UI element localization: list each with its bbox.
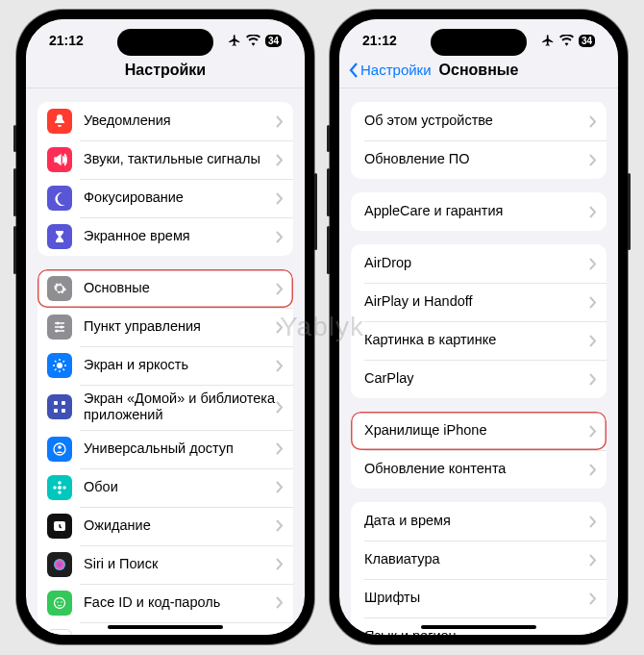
dynamic-island <box>431 29 527 56</box>
row-label: Siri и Поиск <box>84 556 276 572</box>
row-pip[interactable]: Картинка в картинке <box>351 321 607 360</box>
row-label: Звуки, тактильные сигналы <box>84 151 276 167</box>
chevron-right-icon <box>589 373 597 386</box>
svg-point-13 <box>53 486 57 490</box>
svg-point-9 <box>58 445 62 449</box>
row-label: Экстренный вызов — SOS <box>84 633 276 635</box>
svg-point-8 <box>54 443 65 455</box>
grid-icon <box>47 394 72 419</box>
svg-point-11 <box>58 481 62 485</box>
svg-point-10 <box>58 486 62 490</box>
chevron-right-icon <box>276 231 284 243</box>
svg-point-16 <box>54 559 65 570</box>
bell-icon <box>47 109 72 134</box>
chevron-right-icon <box>276 192 284 205</box>
row-applecare[interactable]: AppleCare и гарантия <box>351 192 607 231</box>
row-siri[interactable]: Siri и Поиск <box>37 545 293 584</box>
gear-icon <box>47 276 72 301</box>
row-label: Шрифты <box>360 590 589 606</box>
row-label: AirPlay и Handoff <box>360 293 589 310</box>
svg-point-1 <box>61 326 63 329</box>
home-indicator[interactable] <box>421 625 536 629</box>
phone-right: 21:12 34 Настройки Основные Об этом устр… <box>330 10 628 644</box>
sos-icon: SOS <box>47 629 72 635</box>
moon-icon <box>47 186 72 211</box>
row-access[interactable]: Универсальный доступ <box>37 430 293 468</box>
row-label: Face ID и код-пароль <box>84 594 276 611</box>
chevron-right-icon <box>589 631 597 636</box>
flower-icon <box>47 475 72 500</box>
row-update[interactable]: Обновление ПО <box>351 140 607 179</box>
battery-level: 34 <box>265 35 282 47</box>
chevron-right-icon <box>589 425 597 438</box>
row-keyboard[interactable]: Клавиатура <box>351 541 607 579</box>
row-label: AirDrop <box>360 255 589 271</box>
home-indicator[interactable] <box>108 625 223 629</box>
row-display[interactable]: Экран и яркость <box>37 346 293 385</box>
chevron-right-icon <box>589 335 597 347</box>
page-title: Настройки <box>125 62 206 79</box>
row-label: Картинка в картинке <box>360 332 589 348</box>
chevron-right-icon <box>276 596 284 609</box>
settings-list[interactable]: УведомленияЗвуки, тактильные сигналыФоку… <box>26 88 305 635</box>
row-label: Экран «Домой» и библиотека приложений <box>84 390 276 424</box>
row-label: Хранилище iPhone <box>360 422 589 439</box>
row-label: Обновление ПО <box>360 151 589 167</box>
nav-bar: Настройки Основные <box>339 52 618 88</box>
row-label: AppleCare и гарантия <box>360 203 589 219</box>
row-about[interactable]: Об этом устройстве <box>351 102 607 140</box>
chevron-right-icon <box>589 296 597 309</box>
chevron-right-icon <box>276 558 284 570</box>
row-general[interactable]: Основные <box>37 269 293 308</box>
row-home[interactable]: Экран «Домой» и библиотека приложений <box>37 385 293 430</box>
general-list[interactable]: Об этом устройствеОбновление ПОAppleCare… <box>339 88 618 635</box>
row-focus[interactable]: Фокусирование <box>37 179 293 217</box>
row-sounds[interactable]: Звуки, тактильные сигналы <box>37 140 293 179</box>
svg-point-3 <box>57 363 62 368</box>
battery-level: 34 <box>579 35 595 47</box>
row-label: Экранное время <box>84 228 276 244</box>
row-standby[interactable]: Ожидание <box>37 507 293 545</box>
chevron-right-icon <box>276 519 284 532</box>
chevron-right-icon <box>589 115 597 128</box>
clock-icon <box>47 514 72 539</box>
row-control[interactable]: Пункт управления <box>37 308 293 346</box>
svg-rect-6 <box>54 409 58 413</box>
chevron-right-icon <box>276 481 284 493</box>
svg-rect-7 <box>62 409 65 413</box>
row-screentime[interactable]: Экранное время <box>37 217 293 256</box>
row-faceid[interactable]: Face ID и код-пароль <box>37 584 293 622</box>
svg-rect-5 <box>62 401 65 405</box>
svg-point-0 <box>57 322 60 325</box>
sliders-icon <box>47 315 72 340</box>
wifi-icon <box>246 35 260 46</box>
row-label: Уведомления <box>84 113 276 129</box>
wifi-icon <box>559 35 574 46</box>
svg-rect-4 <box>54 401 58 405</box>
svg-point-14 <box>62 486 66 490</box>
row-label: Язык и регион <box>360 628 589 635</box>
row-label: Фокусирование <box>84 189 276 206</box>
chevron-right-icon <box>589 464 597 476</box>
row-airplay[interactable]: AirPlay и Handoff <box>351 283 607 321</box>
row-carplay[interactable]: CarPlay <box>351 360 607 398</box>
row-label: Ожидание <box>84 517 276 534</box>
chevron-right-icon <box>589 206 597 218</box>
row-notifications[interactable]: Уведомления <box>37 102 293 140</box>
row-datetime[interactable]: Дата и время <box>351 502 607 541</box>
chevron-right-icon <box>276 283 284 295</box>
back-button[interactable]: Настройки <box>349 62 432 78</box>
row-airdrop[interactable]: AirDrop <box>351 244 607 283</box>
hourglass-icon <box>47 224 72 249</box>
row-storage[interactable]: Хранилище iPhone <box>351 412 607 450</box>
chevron-right-icon <box>276 360 284 372</box>
row-label: Пункт управления <box>84 318 276 335</box>
airplane-icon <box>228 34 241 47</box>
row-label: Основные <box>84 280 276 296</box>
row-label: Дата и время <box>360 513 589 529</box>
dynamic-island <box>117 29 213 56</box>
row-bgrefresh[interactable]: Обновление контента <box>351 450 607 489</box>
row-wallpaper[interactable]: Обои <box>37 468 293 507</box>
row-label: Обои <box>84 479 276 495</box>
row-fonts[interactable]: Шрифты <box>351 579 607 617</box>
